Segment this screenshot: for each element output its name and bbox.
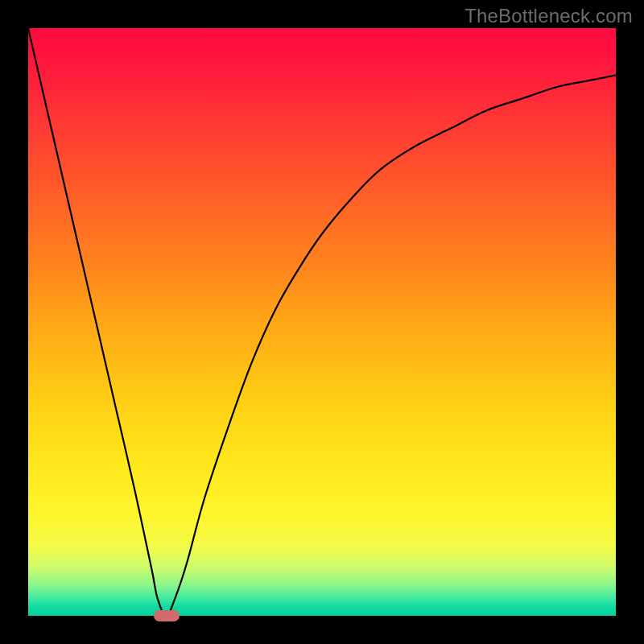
watermark-text: TheBottleneck.com (464, 5, 633, 27)
chart-stage: TheBottleneck.com (0, 0, 644, 644)
bottleneck-curve (28, 28, 616, 616)
plot-area (28, 28, 616, 616)
minimum-marker (154, 610, 180, 621)
